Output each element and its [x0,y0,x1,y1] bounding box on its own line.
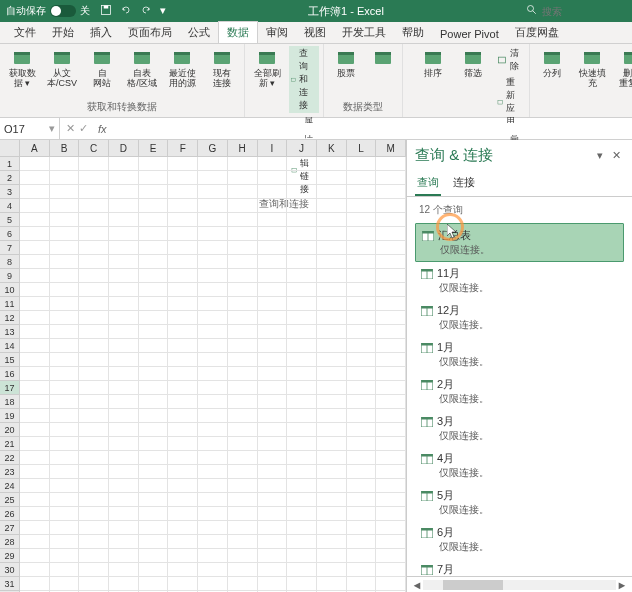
cell[interactable] [287,227,317,241]
cell[interactable] [139,479,169,493]
cell[interactable] [317,549,347,563]
cell[interactable] [20,381,50,395]
cell[interactable] [258,479,288,493]
cell[interactable] [287,381,317,395]
row-header[interactable]: 30 [0,563,20,577]
cell[interactable] [109,479,139,493]
row-header[interactable]: 24 [0,479,20,493]
cell[interactable] [376,423,406,437]
cell[interactable] [198,535,228,549]
row-header[interactable]: 26 [0,507,20,521]
row-header[interactable]: 12 [0,311,20,325]
row-header[interactable]: 14 [0,339,20,353]
query-item[interactable]: 1月仅限连接。 [415,336,624,373]
cell[interactable] [109,437,139,451]
cell[interactable] [109,157,139,171]
cell[interactable] [228,199,258,213]
cell[interactable] [168,549,198,563]
cell[interactable] [168,339,198,353]
cell[interactable] [376,339,406,353]
cell[interactable] [139,507,169,521]
cell[interactable] [79,213,109,227]
flash-fill[interactable]: 快速填充 [574,46,610,91]
cell[interactable] [317,227,347,241]
cell[interactable] [50,381,80,395]
scroll-right-icon[interactable]: ► [616,579,628,591]
cell[interactable] [20,409,50,423]
from-web[interactable]: 自 网站 [84,46,120,91]
cell[interactable] [228,381,258,395]
cell[interactable] [50,353,80,367]
row-header[interactable]: 5 [0,213,20,227]
cell[interactable] [168,297,198,311]
cell[interactable] [168,157,198,171]
cell[interactable] [79,171,109,185]
cell[interactable] [168,171,198,185]
cell[interactable] [198,199,228,213]
tab-公式[interactable]: 公式 [180,22,218,43]
cell[interactable] [168,521,198,535]
cell[interactable] [198,213,228,227]
cell[interactable] [109,521,139,535]
cell[interactable] [20,507,50,521]
cell[interactable] [228,451,258,465]
cell[interactable] [109,199,139,213]
cell[interactable] [228,465,258,479]
cell[interactable] [376,367,406,381]
cell[interactable] [228,297,258,311]
cell[interactable] [347,535,377,549]
cell[interactable] [317,465,347,479]
cell[interactable] [258,521,288,535]
tab-Power Pivot[interactable]: Power Pivot [432,25,507,43]
cell[interactable] [50,325,80,339]
cell[interactable] [50,563,80,577]
cell[interactable] [79,549,109,563]
pane-close-icon[interactable]: ✕ [608,149,624,162]
cell[interactable] [139,311,169,325]
cell[interactable] [287,549,317,563]
col-header[interactable]: D [109,140,139,157]
cell[interactable] [50,311,80,325]
cell[interactable] [20,367,50,381]
cell[interactable] [287,255,317,269]
query-item[interactable]: 2月仅限连接。 [415,373,624,410]
tab-帮助[interactable]: 帮助 [394,22,432,43]
cell[interactable] [258,465,288,479]
pane-tab-连接[interactable]: 连接 [451,171,477,196]
from-csv[interactable]: 从文 本/CSV [44,46,80,91]
cell[interactable] [139,185,169,199]
cell[interactable] [287,479,317,493]
cell[interactable] [168,535,198,549]
scroll-track[interactable] [423,580,616,590]
cell[interactable] [198,409,228,423]
cell[interactable] [109,297,139,311]
cell[interactable] [317,325,347,339]
cell[interactable] [347,269,377,283]
remove-dup[interactable]: 删除 重复值 [614,46,632,91]
cell[interactable] [317,479,347,493]
cell[interactable] [198,325,228,339]
cell[interactable] [20,157,50,171]
cell[interactable] [228,437,258,451]
cell[interactable] [317,269,347,283]
cell[interactable] [20,395,50,409]
cell[interactable] [109,549,139,563]
cell[interactable] [139,283,169,297]
cell[interactable] [317,255,347,269]
clear[interactable]: 清除 [495,46,525,74]
cell[interactable] [287,521,317,535]
refresh-all[interactable]: 全部刷 新 ▾ [249,46,285,91]
cell[interactable] [139,269,169,283]
cell[interactable] [376,479,406,493]
cancel-icon[interactable]: ✕ [66,122,75,135]
cell[interactable] [376,255,406,269]
cell[interactable] [50,577,80,591]
cell[interactable] [347,437,377,451]
cell[interactable] [317,535,347,549]
cell[interactable] [317,213,347,227]
cell[interactable] [347,395,377,409]
cell[interactable] [109,325,139,339]
cell[interactable] [258,185,288,199]
cell[interactable] [317,241,347,255]
cell[interactable] [109,577,139,591]
